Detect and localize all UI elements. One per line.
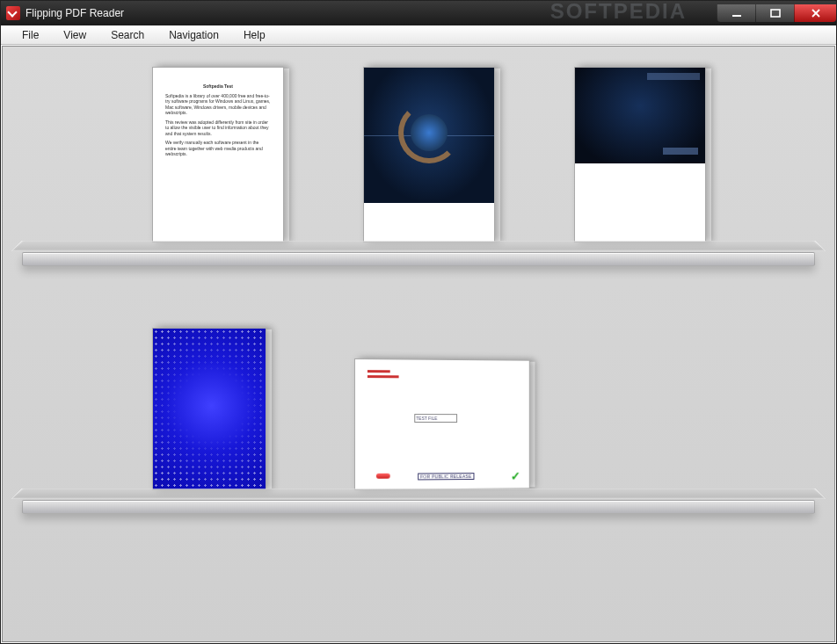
pdf-thumbnail[interactable]: Softpedia Test Softpedia is a library of…: [152, 67, 284, 242]
thumb-title: Softpedia Test: [165, 83, 271, 90]
shelf-row-2: TEST FILE FOR PUBLIC RELEASE ✓: [3, 310, 834, 541]
menubar: File View Search Navigation Help: [1, 25, 836, 45]
window-title: Flipping PDF Reader: [25, 7, 124, 19]
thumb-paragraph: We verify manually each software present…: [165, 140, 271, 157]
pdf-thumbnail[interactable]: [363, 67, 495, 242]
thumb-decoration: [368, 375, 399, 378]
release-stamp: FOR PUBLIC RELEASE: [418, 473, 474, 480]
thumb-text-content: Softpedia Test Softpedia is a library of…: [153, 68, 283, 177]
thumb-row: TEST FILE FOR PUBLIC RELEASE ✓: [3, 310, 834, 490]
menu-help[interactable]: Help: [231, 26, 278, 44]
pdf-thumbnail[interactable]: [574, 67, 706, 242]
thumb-graphic: [575, 68, 705, 163]
window-controls: [717, 4, 836, 22]
maximize-icon: [770, 9, 781, 18]
menu-file[interactable]: File: [10, 26, 51, 44]
check-icon: ✓: [511, 469, 520, 483]
titlebar[interactable]: Flipping PDF Reader SOFTPEDIA: [1, 1, 836, 25]
bookshelf-view: Softpedia Test Softpedia is a library of…: [2, 46, 835, 642]
minimize-button[interactable]: [717, 4, 755, 22]
svg-rect-1: [771, 10, 780, 17]
minimize-icon: [731, 9, 742, 18]
thumb-box-text: TEST FILE: [414, 414, 457, 423]
menu-search[interactable]: Search: [98, 26, 156, 44]
app-window: Flipping PDF Reader SOFTPEDIA File View …: [0, 0, 837, 644]
pdf-thumbnail[interactable]: TEST FILE FOR PUBLIC RELEASE ✓: [354, 358, 530, 490]
app-icon: [6, 6, 20, 20]
shelf-row-1: Softpedia Test Softpedia is a library of…: [3, 62, 834, 293]
thumb-decoration: [368, 370, 390, 373]
menu-view[interactable]: View: [51, 26, 98, 44]
glass-shelf: [3, 241, 834, 293]
close-button[interactable]: [794, 4, 836, 22]
thumb-row: Softpedia Test Softpedia is a library of…: [3, 62, 834, 242]
thumb-paragraph: This review was adopted differently from…: [165, 119, 271, 137]
glass-shelf: [3, 488, 834, 541]
thumb-graphic: [364, 68, 494, 203]
menu-navigation[interactable]: Navigation: [156, 26, 231, 44]
watermark-text: SOFTPEDIA: [550, 0, 687, 24]
pill-icon: [376, 474, 390, 479]
svg-rect-0: [732, 15, 741, 17]
close-icon: [811, 9, 821, 18]
pdf-thumbnail[interactable]: [152, 328, 266, 490]
maximize-button[interactable]: [755, 4, 794, 22]
thumb-paragraph: Softpedia is a library of over 400,000 f…: [165, 93, 271, 116]
